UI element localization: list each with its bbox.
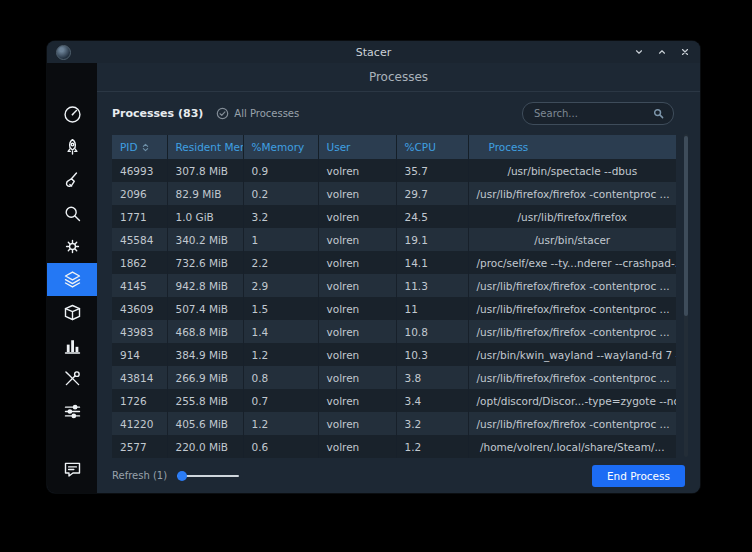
column-header-memory-percent[interactable]: %Memory: [243, 135, 318, 159]
process-row[interactable]: 43609507.4 MiB1.5volren11/usr/lib/firefo…: [112, 297, 676, 320]
all-processes-checkbox[interactable]: All Processes: [216, 107, 299, 120]
process-row[interactable]: 914384.9 MiB1.2volren10.3/usr/bin/kwin_w…: [112, 343, 676, 366]
cell-process: /usr/bin/stacer: [468, 228, 676, 251]
table-scrollbar[interactable]: [684, 134, 688, 457]
cell-memory_percent: 0.7: [243, 389, 318, 412]
end-process-button[interactable]: End Process: [592, 465, 685, 487]
cell-process: /usr/bin/kwin_wayland --wayland-fd 7 -..…: [468, 343, 676, 366]
cell-cpu_percent: 19.1: [396, 228, 468, 251]
sidebar-item-startup-apps[interactable]: [47, 131, 97, 164]
cell-user: volren: [318, 343, 396, 366]
column-label-pid: PID: [120, 141, 138, 153]
process-row[interactable]: 209682.9 MiB0.2volren29.7/usr/lib/firefo…: [112, 182, 676, 205]
toolbar: Processes (83) All Processes: [97, 92, 700, 135]
cell-user: volren: [318, 389, 396, 412]
cell-pid: 2577: [112, 435, 167, 458]
cell-pid: 914: [112, 343, 167, 366]
cell-cpu_percent: 29.7: [396, 182, 468, 205]
sidebar-item-uninstaller[interactable]: [47, 296, 97, 329]
cell-cpu_percent: 3.8: [396, 366, 468, 389]
column-header-pid[interactable]: PID: [112, 135, 167, 159]
process-row[interactable]: 4145942.8 MiB2.9volren11.3/usr/lib/firef…: [112, 274, 676, 297]
window-title: Stacer: [47, 46, 700, 59]
window-controls: [633, 46, 691, 58]
processes-count-label: Processes (83): [112, 107, 203, 120]
cell-memory_percent: 1.2: [243, 343, 318, 366]
system-cleaner-icon: [62, 170, 83, 191]
search-icon: [62, 203, 83, 224]
cell-process: /usr/lib/firefox/firefox -contentproc ..…: [468, 274, 676, 297]
cell-resident_memory: 732.6 MiB: [167, 251, 243, 274]
cell-user: volren: [318, 251, 396, 274]
cell-process: /usr/lib/firefox/firefox -contentproc ..…: [468, 366, 676, 389]
cell-process: /usr/lib/firefox/firefox -contentproc ..…: [468, 182, 676, 205]
cell-user: volren: [318, 366, 396, 389]
cell-process: /home/volren/.local/share/Steam/...: [468, 435, 676, 458]
column-header-cpu-percent[interactable]: %CPU: [396, 135, 468, 159]
column-header-process[interactable]: Process: [468, 135, 676, 159]
cell-process: /proc/self/exe --ty...nderer --crashpad-…: [468, 251, 676, 274]
process-row[interactable]: 2577220.0 MiB0.6volren1.2/home/volren/.l…: [112, 435, 676, 458]
cell-memory_percent: 0.2: [243, 182, 318, 205]
cell-memory_percent: 1.4: [243, 320, 318, 343]
close-button[interactable]: [679, 46, 691, 58]
page-header: Processes: [97, 63, 700, 92]
cell-resident_memory: 82.9 MiB: [167, 182, 243, 205]
cell-pid: 1771: [112, 205, 167, 228]
titlebar[interactable]: Stacer: [47, 41, 700, 63]
search-box: [522, 102, 674, 125]
column-header-user[interactable]: User: [318, 135, 396, 159]
process-row[interactable]: 41220405.6 MiB1.2volren3.2/usr/lib/firef…: [112, 412, 676, 435]
sidebar-item-processes[interactable]: [47, 263, 97, 296]
sidebar-item-services[interactable]: [47, 230, 97, 263]
maximize-button[interactable]: [656, 46, 668, 58]
cell-memory_percent: 2.9: [243, 274, 318, 297]
minimize-button[interactable]: [633, 46, 645, 58]
footer: Refresh (1) End Process: [97, 458, 700, 493]
sidebar-item-settings[interactable]: [47, 395, 97, 428]
cell-pid: 1726: [112, 389, 167, 412]
cell-memory_percent: 1.5: [243, 297, 318, 320]
column-header-resident-memory[interactable]: Resident Mem...: [167, 135, 243, 159]
sidebar-item-feedback[interactable]: [47, 453, 97, 486]
close-icon: [680, 47, 690, 57]
process-row[interactable]: 43983468.8 MiB1.4volren10.8/usr/lib/fire…: [112, 320, 676, 343]
process-row[interactable]: 1862732.6 MiB2.2volren14.1/proc/self/exe…: [112, 251, 676, 274]
cell-user: volren: [318, 205, 396, 228]
processes-icon: [62, 269, 83, 290]
cell-memory_percent: 0.8: [243, 366, 318, 389]
sidebar-item-dashboard[interactable]: [47, 98, 97, 131]
dashboard-icon: [62, 104, 83, 125]
process-row[interactable]: 1726255.8 MiB0.7volren3.4/opt/discord/Di…: [112, 389, 676, 412]
cell-cpu_percent: 35.7: [396, 159, 468, 182]
table-header-row: PID Resident Mem... %Memory User %CPU Pr…: [112, 135, 676, 159]
cell-cpu_percent: 3.2: [396, 412, 468, 435]
cell-cpu_percent: 11: [396, 297, 468, 320]
process-row[interactable]: 43814266.9 MiB0.8volren3.8/usr/lib/firef…: [112, 366, 676, 389]
uninstaller-icon: [62, 302, 83, 323]
cell-pid: 1862: [112, 251, 167, 274]
cell-user: volren: [318, 228, 396, 251]
sidebar-item-resources[interactable]: [47, 329, 97, 362]
sidebar: [47, 63, 97, 493]
search-icon: [653, 108, 664, 119]
all-processes-label: All Processes: [234, 108, 299, 119]
refresh-interval-slider[interactable]: [177, 469, 239, 483]
process-row[interactable]: 17711.0 GiB3.2volren24.5/usr/lib/firefox…: [112, 205, 676, 228]
cell-resident_memory: 307.8 MiB: [167, 159, 243, 182]
search-input[interactable]: [532, 107, 648, 120]
sidebar-item-helpers[interactable]: [47, 362, 97, 395]
sidebar-item-search[interactable]: [47, 197, 97, 230]
cell-cpu_percent: 14.1: [396, 251, 468, 274]
sidebar-item-system-cleaner[interactable]: [47, 164, 97, 197]
scrollbar-handle[interactable]: [684, 136, 688, 316]
cell-cpu_percent: 11.3: [396, 274, 468, 297]
cell-process: /usr/bin/spectacle --dbus: [468, 159, 676, 182]
process-row[interactable]: 46993307.8 MiB0.9volren35.7/usr/bin/spec…: [112, 159, 676, 182]
slider-handle[interactable]: [177, 471, 187, 481]
process-row[interactable]: 45584340.2 MiB1volren19.1/usr/bin/stacer: [112, 228, 676, 251]
cell-user: volren: [318, 274, 396, 297]
cell-user: volren: [318, 159, 396, 182]
cell-cpu_percent: 10.8: [396, 320, 468, 343]
cell-user: volren: [318, 297, 396, 320]
